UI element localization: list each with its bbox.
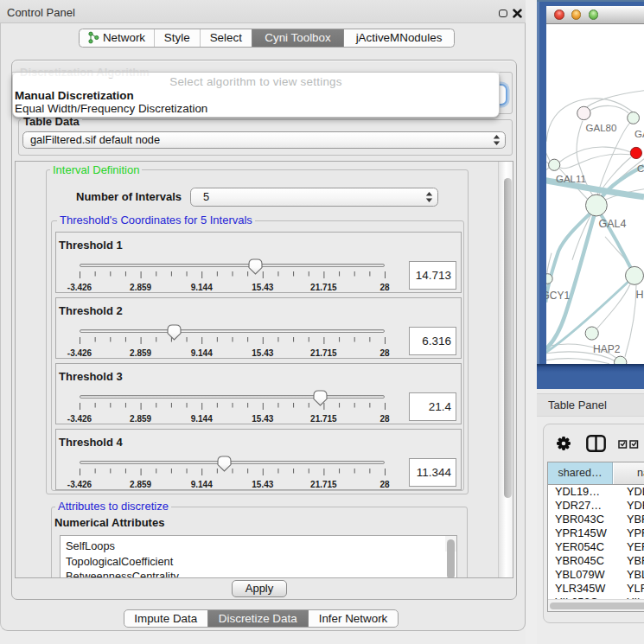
svg-text:C: C (637, 163, 644, 173)
svg-text:GAL4: GAL4 (599, 217, 627, 229)
svg-text:GAL80: GAL80 (586, 122, 617, 132)
svg-text:GCY1: GCY1 (546, 289, 571, 301)
svg-text:GAL11: GAL11 (556, 174, 586, 184)
svg-text:H: H (636, 288, 644, 300)
svg-text:GA: GA (634, 128, 644, 138)
svg-text:HAP2: HAP2 (593, 343, 621, 355)
